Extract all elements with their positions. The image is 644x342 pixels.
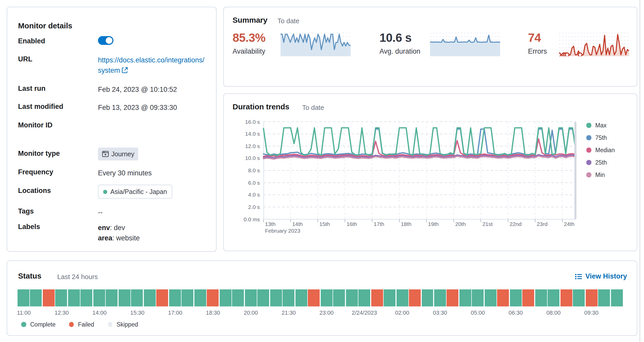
status-legend-item: Skipped — [108, 321, 138, 328]
status-block-complete[interactable] — [194, 289, 206, 306]
status-block-failed[interactable] — [586, 289, 598, 306]
status-block-complete[interactable] — [485, 289, 497, 306]
status-block-complete[interactable] — [459, 289, 471, 306]
status-block-complete[interactable] — [358, 289, 370, 306]
status-block-complete[interactable] — [93, 289, 105, 306]
status-block-complete[interactable] — [30, 289, 42, 306]
legend-dot-icon — [108, 322, 112, 327]
x-axis-month-label: February 2023 — [265, 227, 300, 234]
label-key: env — [98, 224, 110, 232]
status-block-failed[interactable] — [371, 289, 383, 306]
trends-legend-item[interactable]: Max — [586, 122, 615, 128]
x-tick-label: 17th — [374, 221, 384, 227]
status-block-complete[interactable] — [245, 289, 257, 306]
status-block-complete[interactable] — [320, 289, 332, 306]
status-block-failed[interactable] — [207, 289, 219, 306]
status-block-complete[interactable] — [55, 289, 67, 306]
tags-value: -- — [98, 207, 207, 218]
status-block-complete[interactable] — [535, 289, 547, 306]
status-block-complete[interactable] — [68, 289, 80, 306]
legend-label: Complete — [30, 321, 55, 328]
legend-dot-icon — [586, 173, 591, 177]
status-block-failed[interactable] — [156, 289, 168, 306]
status-block-complete[interactable] — [333, 289, 345, 306]
status-block-complete[interactable] — [257, 289, 269, 306]
status-time-label: 18:30 — [206, 310, 220, 316]
trends-legend: Max75thMedian25thMin — [586, 122, 615, 184]
monitor-detail-page: Monitor details Enabled URL https://docs… — [0, 0, 644, 342]
trends-legend-item[interactable]: Median — [586, 147, 615, 153]
status-block-failed[interactable] — [409, 289, 421, 306]
status-block-complete[interactable] — [434, 289, 446, 306]
status-block-complete[interactable] — [598, 289, 610, 306]
status-block-complete[interactable] — [131, 289, 143, 306]
url-label: URL — [18, 55, 32, 63]
trends-legend-item[interactable]: 75th — [586, 135, 615, 141]
status-block-failed[interactable] — [43, 289, 55, 306]
status-block-complete[interactable] — [270, 289, 282, 306]
status-block-complete[interactable] — [169, 289, 181, 306]
x-tick-label: 18th — [401, 221, 411, 227]
status-legend-item: Complete — [21, 321, 55, 328]
y-tick-label: 8.0 s — [224, 167, 260, 173]
legend-label: 75th — [595, 135, 607, 141]
status-block-complete[interactable] — [283, 289, 294, 306]
status-time-label: 15:30 — [130, 310, 144, 316]
location-badge: Asia/Pacific - Japan — [98, 185, 172, 199]
status-block-complete[interactable] — [106, 289, 118, 306]
frequency-label: Frequency — [18, 168, 53, 176]
status-block-complete[interactable] — [18, 289, 29, 306]
status-time-label: 2/24/2023 — [352, 310, 377, 316]
status-time-label: 06:30 — [509, 310, 523, 316]
x-tick-label: 22nd — [510, 221, 522, 227]
trends-legend-item[interactable]: Min — [586, 172, 615, 178]
status-block-failed[interactable] — [560, 289, 572, 306]
status-time-label: 11:00 — [17, 310, 31, 316]
status-block-complete[interactable] — [232, 289, 244, 306]
status-block-complete[interactable] — [182, 289, 194, 306]
status-block-complete[interactable] — [611, 289, 623, 306]
page-scrollbar[interactable] — [639, 0, 640, 342]
x-tick-label: 15th — [319, 221, 330, 227]
x-tick-label: 23rd — [537, 221, 548, 227]
status-block-complete[interactable] — [573, 289, 585, 306]
status-block-complete[interactable] — [422, 289, 433, 306]
monitor-url-text: https://docs.elastic.co/integrations/sys… — [98, 56, 204, 74]
status-block-complete[interactable] — [396, 289, 408, 306]
status-block-complete[interactable] — [144, 289, 156, 306]
frequency-value: Every 30 minutes — [98, 168, 207, 178]
summary-subtitle: To date — [277, 17, 299, 25]
chart-scrollbar[interactable] — [574, 122, 576, 219]
last-run-label: Last run — [18, 85, 46, 92]
legend-label: Max — [595, 122, 606, 128]
status-time-label: 05:00 — [471, 310, 485, 316]
status-block-complete[interactable] — [384, 289, 395, 306]
status-block-complete[interactable] — [472, 289, 484, 306]
y-tick-label: 12.0 s — [224, 143, 260, 149]
status-block-failed[interactable] — [308, 289, 320, 306]
view-history-link[interactable]: View History — [575, 272, 627, 280]
status-block-complete[interactable] — [220, 289, 232, 306]
status-block-complete[interactable] — [346, 289, 358, 306]
status-time-label: 03:30 — [433, 310, 447, 316]
status-block-complete[interactable] — [510, 289, 522, 306]
errors-sparkline — [559, 31, 629, 56]
status-time-label: 23:00 — [319, 310, 334, 316]
status-block-complete[interactable] — [119, 289, 130, 306]
status-title: Status — [18, 271, 42, 280]
monitor-url-link[interactable]: https://docs.elastic.co/integrations/sys… — [98, 56, 204, 74]
legend-dot-icon — [586, 160, 591, 165]
status-block-failed[interactable] — [447, 289, 459, 306]
trends-legend-item[interactable]: 25th — [586, 159, 615, 166]
status-block-complete[interactable] — [548, 289, 560, 306]
status-block-complete[interactable] — [81, 289, 93, 306]
status-time-label: 12:30 — [55, 310, 69, 316]
status-block-failed[interactable] — [497, 289, 509, 306]
legend-dot-icon — [586, 135, 591, 140]
errors-stat-value: 74 — [528, 31, 541, 45]
summary-panel: Summary To date 85.3% Availability 10.6 … — [223, 7, 637, 87]
status-block-failed[interactable] — [523, 289, 534, 306]
enabled-toggle[interactable] — [98, 36, 113, 45]
status-block-complete[interactable] — [295, 289, 307, 306]
journey-icon — [102, 151, 109, 157]
